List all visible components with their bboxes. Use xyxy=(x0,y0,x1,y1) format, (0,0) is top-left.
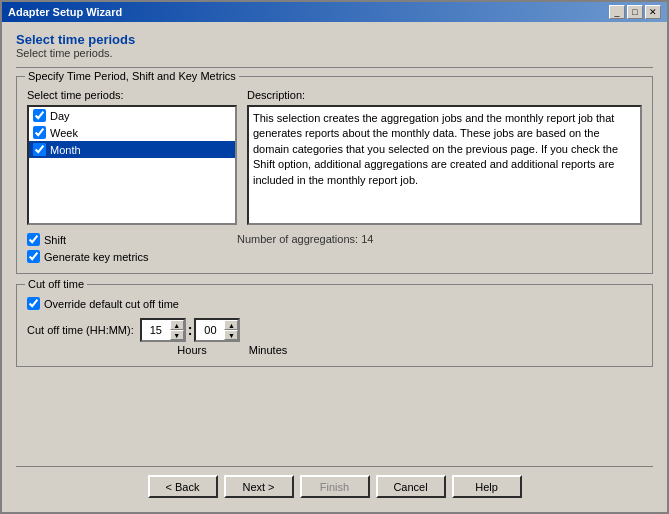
content-area: Select time periods Select time periods.… xyxy=(2,22,667,512)
key-metrics-row: Generate key metrics xyxy=(27,250,237,263)
shift-checkbox[interactable] xyxy=(27,233,40,246)
help-button[interactable]: Help xyxy=(452,475,522,498)
units-labels: Hours Minutes xyxy=(27,344,642,356)
page-subtitle: Select time periods. xyxy=(16,47,653,59)
minutes-up-button[interactable]: ▲ xyxy=(224,320,238,330)
hours-unit-label: Hours xyxy=(169,344,215,356)
select-periods-label: Select time periods: xyxy=(27,89,237,101)
minutes-down-button[interactable]: ▼ xyxy=(224,330,238,340)
cancel-button[interactable]: Cancel xyxy=(376,475,446,498)
next-button[interactable]: Next > xyxy=(224,475,294,498)
shift-row: Shift xyxy=(27,233,237,246)
hours-down-button[interactable]: ▼ xyxy=(170,330,184,340)
hours-input[interactable] xyxy=(142,320,170,340)
key-metrics-checkbox[interactable] xyxy=(27,250,40,263)
options-row: Shift Generate key metrics Number of agg… xyxy=(27,233,642,263)
page-header: Select time periods Select time periods. xyxy=(16,32,653,59)
override-row: Override default cut off time xyxy=(27,297,642,310)
right-options: Number of aggregations: 14 xyxy=(237,233,642,245)
list-item[interactable]: Week xyxy=(29,124,235,141)
colon-separator: : xyxy=(188,322,193,338)
override-label: Override default cut off time xyxy=(44,298,179,310)
minutes-unit-label: Minutes xyxy=(245,344,291,356)
time-period-group: Specify Time Period, Shift and Key Metri… xyxy=(16,76,653,274)
hours-spinner[interactable]: ▲ ▼ xyxy=(140,318,186,342)
cutoff-row: Cut off time (HH:MM): ▲ ▼ : xyxy=(27,318,642,342)
override-checkbox[interactable] xyxy=(27,297,40,310)
list-item-checkbox[interactable] xyxy=(33,126,46,139)
header-divider xyxy=(16,67,653,68)
time-period-listbox[interactable]: DayWeekMonth xyxy=(27,105,237,225)
shift-label: Shift xyxy=(44,234,66,246)
list-item-label: Day xyxy=(50,110,70,122)
list-item-label: Month xyxy=(50,144,81,156)
hours-spinner-buttons: ▲ ▼ xyxy=(170,320,184,340)
left-options: Shift Generate key metrics xyxy=(27,233,237,263)
cutoff-legend: Cut off time xyxy=(25,278,87,290)
group-legend: Specify Time Period, Shift and Key Metri… xyxy=(25,70,239,82)
left-column: Select time periods: DayWeekMonth xyxy=(27,89,237,225)
right-column: Description: This selection creates the … xyxy=(247,89,642,225)
list-item-checkbox[interactable] xyxy=(33,143,46,156)
cutoff-group: Cut off time Override default cut off ti… xyxy=(16,284,653,367)
finish-button[interactable]: Finish xyxy=(300,475,370,498)
time-spinner-wrapper: ▲ ▼ : ▲ ▼ xyxy=(140,318,241,342)
minutes-spinner[interactable]: ▲ ▼ xyxy=(194,318,240,342)
description-label: Description: xyxy=(247,89,642,101)
key-metrics-label: Generate key metrics xyxy=(44,251,149,263)
list-item[interactable]: Month xyxy=(29,141,235,158)
back-button[interactable]: < Back xyxy=(148,475,218,498)
title-bar-controls: _ □ ✕ xyxy=(609,5,661,19)
cutoff-time-label: Cut off time (HH:MM): xyxy=(27,324,134,336)
button-bar: < Back Next > Finish Cancel Help xyxy=(16,466,653,502)
wizard-window: Adapter Setup Wizard _ □ ✕ Select time p… xyxy=(0,0,669,514)
maximize-button[interactable]: □ xyxy=(627,5,643,19)
cutoff-content: Override default cut off time Cut off ti… xyxy=(27,297,642,356)
list-item-label: Week xyxy=(50,127,78,139)
hours-up-button[interactable]: ▲ xyxy=(170,320,184,330)
num-aggregations-text: Number of aggregations: 14 xyxy=(237,233,373,245)
list-item-checkbox[interactable] xyxy=(33,109,46,122)
minutes-input[interactable] xyxy=(196,320,224,340)
minimize-button[interactable]: _ xyxy=(609,5,625,19)
minutes-spinner-buttons: ▲ ▼ xyxy=(224,320,238,340)
description-text: This selection creates the aggregation j… xyxy=(247,105,642,225)
list-item[interactable]: Day xyxy=(29,107,235,124)
title-bar-text: Adapter Setup Wizard xyxy=(8,6,122,18)
title-bar: Adapter Setup Wizard _ □ ✕ xyxy=(2,2,667,22)
two-col-layout: Select time periods: DayWeekMonth Descri… xyxy=(27,89,642,225)
page-title: Select time periods xyxy=(16,32,653,47)
close-button[interactable]: ✕ xyxy=(645,5,661,19)
